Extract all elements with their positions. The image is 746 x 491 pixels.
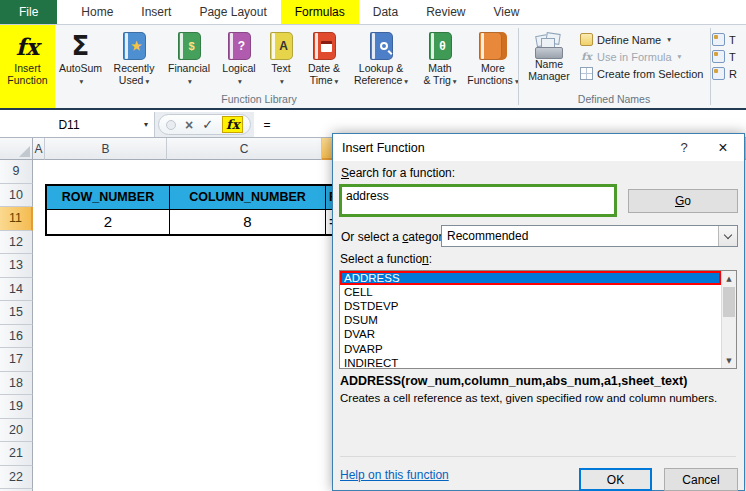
create-from-selection-icon	[580, 67, 593, 80]
row-header-selected[interactable]: 11	[0, 207, 33, 231]
category-dropdown-button[interactable]	[718, 226, 737, 246]
row-header[interactable]: 14	[0, 278, 33, 302]
cancel-entry-button[interactable]: ×	[185, 118, 193, 132]
autosum-button[interactable]: Σ AutoSum ▾	[55, 25, 106, 91]
trace-dependents-button[interactable]: T	[712, 48, 746, 65]
row-header[interactable]: 22	[0, 466, 33, 490]
dialog-help-button[interactable]: ?	[668, 134, 700, 161]
recently-used-button[interactable]: ★ Recently Used▾	[106, 25, 162, 91]
define-name-button[interactable]: Define Name ▾	[580, 31, 703, 48]
trace-precedents-icon	[712, 33, 725, 46]
row-header[interactable]: 21	[0, 442, 33, 466]
function-list-item[interactable]: INDIRECT	[340, 356, 721, 370]
ribbon-tab-bar: File Home Insert Page Layout Formulas Da…	[0, 0, 746, 25]
column-header-b[interactable]: B	[45, 138, 167, 160]
name-box[interactable]: D11	[0, 112, 138, 137]
help-on-function-link[interactable]: Help on this function	[340, 468, 449, 482]
function-listbox: ADDRESS CELL DSTDEVP DSUM DVAR DVARP IND…	[339, 270, 737, 369]
chevron-down-icon: ▾	[453, 77, 457, 86]
listbox-scrollbar[interactable]: ▲ ▼	[721, 271, 736, 368]
financial-button[interactable]: $ Financial ▾	[162, 25, 216, 91]
cell-b10[interactable]: ROW_NUMBER	[47, 186, 169, 210]
row-header[interactable]: 18	[0, 372, 33, 396]
row-header[interactable]: 16	[0, 325, 33, 349]
text-book-icon: A	[270, 32, 293, 60]
trace-precedents-button[interactable]: T	[712, 31, 746, 48]
function-list-item[interactable]: DSTDEVP	[340, 299, 721, 313]
column-header-c[interactable]: C	[167, 138, 322, 160]
recently-used-book-icon: ★	[123, 32, 146, 60]
chevron-down-icon: ▾	[678, 52, 682, 61]
search-function-box	[339, 184, 617, 217]
row-header[interactable]: 13	[0, 254, 33, 278]
math-trig-button[interactable]: θ Math & Trig▾	[414, 25, 466, 91]
function-list-item[interactable]: DSUM	[340, 313, 721, 327]
date-time-book-icon	[313, 32, 336, 60]
data-table: ROW_NUMBER COLUMN_NUMBER R 2 8 =	[45, 184, 354, 236]
function-signature: ADDRESS(row_num,column_num,abs_num,a1,sh…	[340, 374, 687, 388]
function-library-group-label: Function Library	[0, 93, 518, 105]
chevron-down-icon: ▾	[404, 77, 408, 86]
defined-names-group-label: Defined Names	[518, 93, 710, 105]
insert-function-fx-button[interactable]: fx	[222, 116, 243, 133]
enter-entry-button[interactable]: ✓	[202, 117, 213, 132]
group-separator	[710, 28, 711, 105]
date-time-button[interactable]: Date & Time▾	[300, 25, 348, 91]
go-button[interactable]: Go	[628, 189, 738, 213]
fx-icon: fx	[16, 33, 40, 60]
chevron-down-icon: ▾	[667, 35, 671, 44]
cell-c10[interactable]: COLUMN_NUMBER	[170, 186, 325, 210]
cell-c11[interactable]: 8	[170, 210, 325, 234]
row-header[interactable]: 10	[0, 184, 33, 208]
more-functions-button[interactable]: More Functions▾	[466, 25, 520, 91]
row-header[interactable]: 9	[0, 160, 33, 184]
magnifier-icon	[380, 42, 388, 50]
row-header[interactable]: 12	[0, 231, 33, 255]
function-list-item[interactable]: DVARP	[340, 341, 721, 355]
row-headers: 9 10 11 12 13 14 15 16 17 18 19 20 21 22…	[0, 160, 33, 491]
ok-button[interactable]: OK	[579, 468, 652, 491]
select-function-label: Select a function:	[340, 252, 432, 266]
search-function-input[interactable]	[342, 187, 614, 214]
row-header[interactable]: 15	[0, 301, 33, 325]
tab-formulas[interactable]: Formulas	[281, 0, 359, 24]
name-box-dropdown[interactable]: ▾	[138, 112, 155, 137]
tab-file[interactable]: File	[0, 0, 57, 24]
tab-page-layout[interactable]: Page Layout	[185, 0, 280, 24]
cell-b11[interactable]: 2	[47, 210, 169, 234]
function-list-item[interactable]: CELL	[340, 285, 721, 299]
row-header[interactable]: 17	[0, 348, 33, 372]
chevron-down-icon: ▾	[280, 77, 284, 86]
scroll-down-button[interactable]: ▼	[722, 353, 736, 368]
remove-arrows-button[interactable]: R	[712, 65, 746, 82]
more-functions-books-icon	[479, 32, 502, 60]
scrollbar-thumb[interactable]	[723, 287, 735, 317]
use-in-formula-button[interactable]: fx Use in Formula ▾	[580, 48, 703, 65]
category-dropdown[interactable]: Recommended	[441, 225, 738, 247]
text-button[interactable]: A Text ▾	[262, 25, 300, 91]
logical-book-icon: ?	[228, 32, 251, 60]
tab-insert[interactable]: Insert	[127, 0, 185, 24]
column-header-a[interactable]: A	[33, 138, 45, 160]
function-description: Creates a cell reference as text, given …	[340, 392, 717, 404]
function-list-item-selected[interactable]: ADDRESS	[340, 271, 721, 285]
function-list-item[interactable]: DVAR	[340, 327, 721, 341]
lookup-reference-button[interactable]: Lookup & Reference▾	[348, 25, 414, 91]
dialog-close-button[interactable]: ×	[702, 134, 744, 161]
cancel-button[interactable]: Cancel	[664, 468, 738, 491]
tab-data[interactable]: Data	[359, 0, 412, 24]
chevron-down-icon	[724, 230, 732, 238]
tab-home[interactable]: Home	[67, 0, 127, 24]
tab-review[interactable]: Review	[412, 0, 479, 24]
chevron-down-icon: ▾	[238, 77, 242, 86]
select-all-corner[interactable]	[0, 138, 33, 160]
row-header[interactable]: 19	[0, 395, 33, 419]
financial-book-icon: $	[178, 32, 201, 60]
row-header[interactable]: 20	[0, 419, 33, 443]
math-book-icon: θ	[429, 32, 452, 60]
chevron-down-icon: ▾	[188, 77, 192, 86]
tab-view[interactable]: View	[480, 0, 534, 24]
create-from-selection-button[interactable]: Create from Selection	[580, 65, 703, 82]
scroll-up-button[interactable]: ▲	[722, 271, 736, 286]
logical-button[interactable]: ? Logical ▾	[216, 25, 262, 91]
